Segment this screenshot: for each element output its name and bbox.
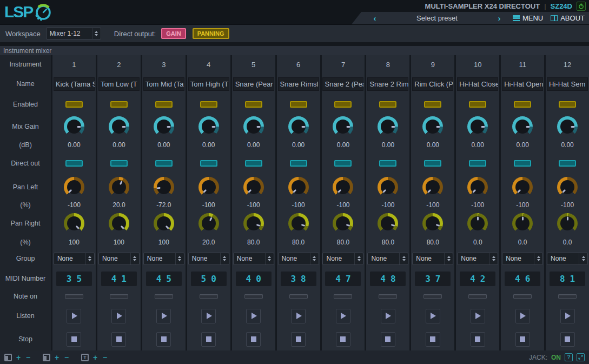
direct-out-led[interactable]	[379, 160, 396, 167]
zoom-out-button[interactable]: −	[25, 353, 31, 362]
enabled-led[interactable]	[200, 101, 217, 108]
mix-gain-knob[interactable]	[288, 116, 309, 137]
direct-out-led[interactable]	[155, 160, 173, 167]
pan-right-knob[interactable]	[243, 213, 264, 234]
direct-out-led[interactable]	[110, 160, 128, 167]
about-button[interactable]: ABOUT	[551, 14, 585, 22]
zoom-out-button[interactable]: −	[63, 353, 70, 362]
group-combo[interactable]: None	[412, 253, 453, 265]
pan-right-knob[interactable]	[512, 213, 533, 234]
enabled-led[interactable]	[155, 101, 173, 108]
instrument-name-field[interactable]: Hi-Hat Sem	[547, 77, 588, 91]
listen-button[interactable]	[111, 309, 126, 323]
spinner-arrows-icon[interactable]	[220, 253, 229, 264]
spinner-arrows-icon[interactable]	[354, 253, 363, 264]
workspace-combo[interactable]: Mixer 1-12	[46, 28, 101, 39]
stop-button[interactable]	[426, 332, 440, 347]
help-icon[interactable]: ?	[565, 353, 573, 361]
group-combo[interactable]: None	[54, 253, 95, 265]
direct-out-led[interactable]	[469, 160, 486, 167]
direct-out-led[interactable]	[514, 160, 531, 167]
pan-right-knob[interactable]	[288, 213, 309, 234]
spinner-arrows-icon[interactable]	[444, 253, 453, 264]
mix-gain-knob[interactable]	[109, 116, 129, 137]
preset-select[interactable]: Select preset	[380, 14, 494, 22]
mix-gain-knob[interactable]	[378, 116, 398, 137]
mix-gain-knob[interactable]	[154, 116, 174, 137]
pan-right-knob[interactable]	[557, 213, 578, 234]
mix-gain-knob[interactable]	[198, 116, 219, 137]
midi-number-display[interactable]: 37	[415, 272, 451, 286]
group-combo[interactable]: None	[547, 253, 588, 265]
direct-out-led[interactable]	[200, 160, 217, 167]
pan-right-knob[interactable]	[378, 213, 398, 234]
group-combo[interactable]: None	[143, 253, 184, 265]
listen-button[interactable]	[291, 309, 306, 323]
listen-button[interactable]	[336, 309, 350, 323]
preset-prev-button[interactable]: ‹	[370, 14, 380, 23]
group-combo[interactable]: None	[233, 253, 274, 265]
expand-icon[interactable]	[577, 353, 585, 361]
group-combo[interactable]: None	[322, 253, 363, 265]
pan-left-knob[interactable]	[467, 177, 488, 197]
pan-left-knob[interactable]	[154, 177, 174, 197]
pan-right-knob[interactable]	[198, 213, 219, 234]
menu-button[interactable]: MENU	[513, 14, 543, 22]
enabled-led[interactable]	[290, 101, 307, 108]
listen-button[interactable]	[156, 309, 171, 323]
mix-gain-knob[interactable]	[422, 116, 443, 137]
stop-button[interactable]	[291, 332, 306, 347]
pan-left-knob[interactable]	[333, 177, 353, 197]
pan-right-knob[interactable]	[109, 213, 129, 234]
pan-right-knob[interactable]	[154, 213, 174, 234]
spinner-arrows-icon[interactable]	[92, 28, 101, 39]
enabled-led[interactable]	[514, 101, 531, 108]
instrument-name-field[interactable]: Kick (Tama S	[54, 77, 95, 91]
instrument-name-field[interactable]: Snare Rimsl	[278, 77, 319, 91]
pan-left-knob[interactable]	[288, 177, 309, 197]
midi-number-display[interactable]: 40	[236, 272, 272, 286]
zoom-in-button[interactable]: +	[92, 353, 98, 362]
pan-left-knob[interactable]	[512, 177, 533, 197]
enabled-led[interactable]	[334, 101, 352, 108]
listen-button[interactable]	[246, 309, 261, 323]
spinner-arrows-icon[interactable]	[534, 253, 542, 264]
direct-out-led[interactable]	[245, 160, 262, 167]
midi-number-display[interactable]: 41	[101, 272, 137, 286]
mix-gain-knob[interactable]	[64, 116, 84, 137]
stop-button[interactable]	[111, 332, 126, 347]
stop-button[interactable]	[336, 332, 350, 347]
enabled-led[interactable]	[245, 101, 262, 108]
stop-button[interactable]	[560, 332, 575, 347]
stop-button[interactable]	[381, 332, 395, 347]
midi-number-display[interactable]: 81	[550, 272, 585, 286]
group-combo[interactable]: None	[188, 253, 229, 265]
pan-right-knob[interactable]	[333, 213, 353, 234]
listen-button[interactable]	[515, 309, 530, 323]
window-layout-icon[interactable]	[4, 354, 12, 361]
enabled-led[interactable]	[110, 101, 128, 108]
pan-left-knob[interactable]	[64, 177, 84, 197]
group-combo[interactable]: None	[457, 253, 498, 265]
group-combo[interactable]: None	[278, 253, 319, 265]
spinner-arrows-icon[interactable]	[310, 253, 319, 264]
spinner-arrows-icon[interactable]	[265, 253, 274, 264]
stop-button[interactable]	[471, 332, 485, 347]
zoom-out-button[interactable]: −	[102, 353, 108, 362]
midi-number-display[interactable]: 35	[56, 272, 92, 286]
enabled-led[interactable]	[424, 101, 441, 108]
group-combo[interactable]: None	[367, 253, 408, 265]
listen-button[interactable]	[67, 309, 81, 323]
direct-out-led[interactable]	[424, 160, 441, 167]
instrument-name-field[interactable]: Snare 2 Rim	[367, 77, 408, 91]
power-icon[interactable]	[577, 2, 586, 11]
direct-output-panning-toggle[interactable]: PANNING	[193, 28, 229, 39]
midi-number-display[interactable]: 46	[505, 272, 540, 286]
listen-button[interactable]	[426, 309, 440, 323]
mix-gain-knob[interactable]	[467, 116, 488, 137]
pan-left-knob[interactable]	[557, 177, 578, 197]
midi-number-display[interactable]: 45	[146, 272, 182, 286]
listen-button[interactable]	[560, 309, 575, 323]
instrument-name-field[interactable]: Tom High (T	[188, 77, 229, 91]
stop-button[interactable]	[156, 332, 171, 347]
